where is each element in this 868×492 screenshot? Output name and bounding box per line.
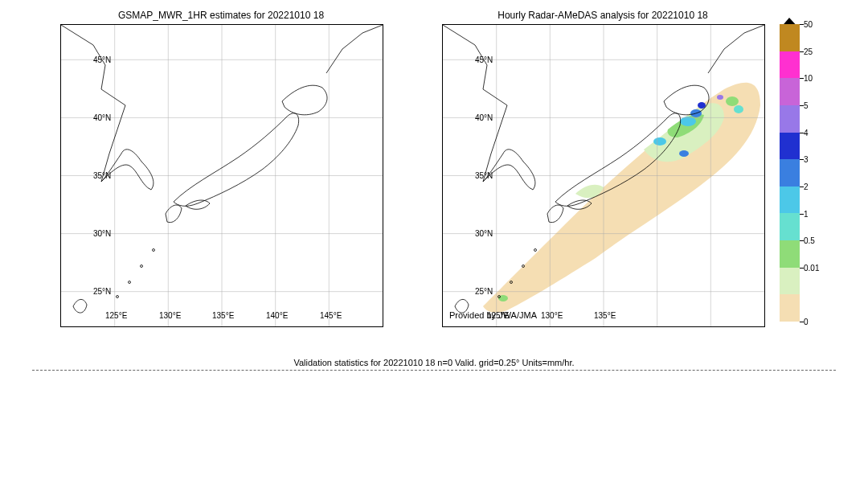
svg-point-30 — [726, 96, 739, 106]
svg-text:135°E: 135°E — [594, 311, 616, 320]
left-panel-title: GSMAP_MWR_1HR estimates for 20221010 18 — [60, 10, 382, 21]
svg-point-10 — [153, 249, 155, 252]
svg-point-13 — [117, 296, 119, 298]
svg-text:40°N: 40°N — [93, 113, 111, 122]
cb-label: 3 — [804, 155, 809, 164]
svg-text:30°N: 30°N — [475, 229, 493, 238]
svg-text:45°N: 45°N — [93, 55, 111, 64]
svg-text:35°N: 35°N — [93, 171, 111, 180]
cb-label: 0 — [804, 318, 809, 326]
svg-point-27 — [653, 137, 666, 146]
svg-point-43 — [534, 249, 537, 252]
footer-divider — [32, 370, 836, 371]
footer-caption: Validation statistics for 20221010 18 n=… — [0, 358, 868, 367]
svg-text:25°N: 25°N — [93, 287, 111, 296]
colorbar — [780, 24, 800, 322]
cb-label: 2 — [804, 182, 809, 191]
left-map-panel: 45°N 40°N 35°N 30°N 25°N 125°E 130°E 135… — [60, 24, 383, 327]
cb-label: 0.5 — [804, 236, 815, 245]
svg-text:130°E: 130°E — [541, 311, 563, 320]
svg-text:145°E: 145°E — [320, 311, 342, 320]
svg-point-12 — [129, 281, 131, 284]
svg-point-29 — [717, 95, 723, 100]
right-map-svg: 45°N 40°N 35°N 30°N 25°N 125°E 130°E 135… — [443, 25, 764, 326]
cb-label: 5 — [804, 100, 809, 109]
attribution-text: Provided by JWA/JMA — [449, 310, 537, 320]
svg-text:40°N: 40°N — [475, 113, 493, 122]
right-map-panel: 45°N 40°N 35°N 30°N 25°N 125°E 130°E 135… — [442, 24, 765, 327]
svg-text:135°E: 135°E — [212, 311, 235, 320]
cb-label: 1 — [804, 209, 809, 218]
svg-text:35°N: 35°N — [475, 171, 493, 180]
svg-point-28 — [679, 150, 689, 157]
cb-label: 50 — [804, 20, 813, 29]
cb-label: 0.01 — [804, 263, 819, 272]
svg-point-24 — [680, 117, 696, 126]
cb-label: 10 — [804, 74, 813, 83]
svg-text:140°E: 140°E — [266, 311, 289, 320]
svg-text:30°N: 30°N — [93, 229, 111, 238]
svg-point-31 — [734, 105, 743, 113]
svg-text:25°N: 25°N — [475, 287, 493, 296]
svg-point-26 — [698, 102, 706, 109]
right-panel-title: Hourly Radar-AMeDAS analysis for 2022101… — [442, 10, 764, 21]
cb-label: 25 — [804, 47, 813, 55]
svg-text:45°N: 45°N — [475, 55, 493, 64]
svg-text:130°E: 130°E — [159, 311, 182, 320]
svg-point-11 — [141, 265, 143, 268]
cb-label: 4 — [804, 128, 809, 137]
figure-container: GSMAP_MWR_1HR estimates for 20221010 18 … — [0, 0, 868, 492]
left-map-svg: 45°N 40°N 35°N 30°N 25°N 125°E 130°E 135… — [61, 25, 383, 326]
svg-text:125°E: 125°E — [105, 311, 128, 320]
